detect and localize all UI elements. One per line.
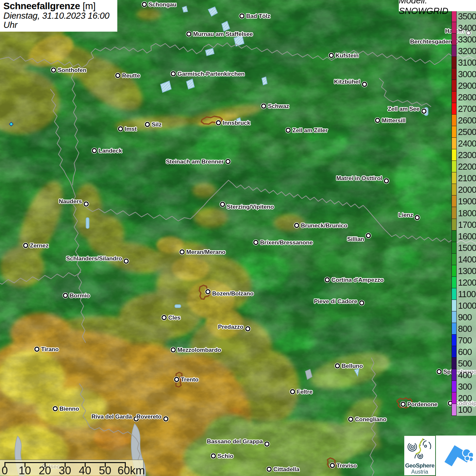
legend-value: 2400 xyxy=(458,139,476,148)
legend-segment-3000 xyxy=(452,68,456,80)
scale-label: 0 xyxy=(2,464,8,476)
scale-label: 60km xyxy=(118,464,145,476)
legend-value: 2600 xyxy=(458,116,476,125)
legend-segment-3400 xyxy=(452,22,456,34)
legend-segment-3300 xyxy=(452,34,456,45)
mountain-cloud-icon xyxy=(439,439,473,473)
legend-value: 300 xyxy=(458,382,472,391)
legend-segment-1500 xyxy=(452,242,456,254)
page-title: Schneefallgrenze [m] xyxy=(3,1,113,11)
legend-value: 1500 xyxy=(458,243,476,252)
legend-segment-800 xyxy=(452,323,456,335)
legend-value: 2800 xyxy=(458,93,476,102)
legend-segment-2300 xyxy=(452,149,456,161)
legend-segment-1100 xyxy=(452,288,456,300)
legend-segment-1400 xyxy=(452,254,456,265)
scale-label: 40 xyxy=(79,464,91,476)
snowline-map-stage: SchongauBad TölzKemptenMurnau am Staffel… xyxy=(0,0,476,476)
legend-value: 1600 xyxy=(458,232,476,241)
legend-segment-2200 xyxy=(452,161,456,172)
title-datetime: Dienstag, 31.10.2023 16:00 Uhr xyxy=(3,11,113,30)
legend-value: 2700 xyxy=(458,104,476,113)
legend-segment-500 xyxy=(452,358,456,369)
terrain-map xyxy=(0,0,476,476)
legend-value: 2300 xyxy=(458,151,476,159)
legend-value: 3400 xyxy=(458,23,476,32)
legend-segment-700 xyxy=(452,335,456,346)
legend-value: 400 xyxy=(458,371,472,379)
legend-value: 3100 xyxy=(458,58,476,67)
geosphere-logo-text: GeoSphere xyxy=(404,462,435,469)
contour-lines-icon xyxy=(405,437,435,461)
legend-value: 700 xyxy=(458,336,472,345)
legend-segment-200 xyxy=(452,392,456,404)
hillshade-light xyxy=(0,0,476,476)
legend-value: 1100 xyxy=(458,290,476,299)
legend-segment-2600 xyxy=(452,115,456,126)
legend-segment-600 xyxy=(452,346,456,358)
legend-value: 1700 xyxy=(458,220,476,229)
model-label: Modell: SNOWGRID xyxy=(399,0,476,11)
legend-segment-2500 xyxy=(452,126,456,138)
scale-label: 30 xyxy=(59,464,71,476)
legend-value: 2000 xyxy=(458,185,476,194)
legend-value: 1400 xyxy=(458,255,476,264)
legend-value: 1900 xyxy=(458,197,476,206)
legend-segment-100 xyxy=(452,404,456,415)
legend-segment-2800 xyxy=(452,91,456,103)
snowgrid-logo xyxy=(436,436,476,476)
legend-segment-900 xyxy=(452,311,456,323)
legend-value: 200 xyxy=(458,394,472,403)
legend-value: 3000 xyxy=(458,70,476,79)
legend-segment-2100 xyxy=(452,172,456,184)
geosphere-logo: GeoSphere Austria xyxy=(404,436,435,475)
scale-bar: 0102030405060km xyxy=(0,460,143,476)
legend-value: 800 xyxy=(458,324,472,333)
legend-segment-2700 xyxy=(452,103,456,115)
legend-value: 2200 xyxy=(458,162,476,171)
legend-value: 2100 xyxy=(458,174,476,183)
legend-segment-1900 xyxy=(452,196,456,207)
legend-segment-3100 xyxy=(452,57,456,68)
legend-segment-3200 xyxy=(452,45,456,57)
legend-value: 100 xyxy=(458,405,472,414)
scale-label: 10 xyxy=(19,464,31,476)
legend-value: 1300 xyxy=(458,267,476,275)
geosphere-logo-subtext: Austria xyxy=(404,469,435,475)
legend-value: 3200 xyxy=(458,47,476,55)
legend-value: 2900 xyxy=(458,81,476,90)
title-box: Schneefallgrenze [m] Dienstag, 31.10.202… xyxy=(0,0,117,32)
legend-segment-1700 xyxy=(452,219,456,231)
legend-value: 2500 xyxy=(458,128,476,136)
legend-value: 600 xyxy=(458,347,472,356)
legend-value: 1200 xyxy=(458,278,476,287)
legend-segment-1000 xyxy=(452,300,456,311)
legend-value: 900 xyxy=(458,313,472,322)
legend-value: 500 xyxy=(458,359,472,368)
legend-segment-2900 xyxy=(452,80,456,91)
legend-value: 1800 xyxy=(458,209,476,218)
legend-segment-1800 xyxy=(452,207,456,219)
legend-segment-1200 xyxy=(452,277,456,288)
legend-segment-1300 xyxy=(452,265,456,277)
legend-segment-2400 xyxy=(452,138,456,149)
legend-value: 3300 xyxy=(458,35,476,44)
scale-label: 20 xyxy=(39,464,51,476)
legend-colorbar: 3500340033003200310030002900280027002600… xyxy=(452,11,476,416)
legend-segment-1600 xyxy=(452,231,456,242)
legend-segment-300 xyxy=(452,381,456,392)
legend-segment-400 xyxy=(452,369,456,381)
legend-value: 1000 xyxy=(458,301,476,310)
scale-label: 50 xyxy=(99,464,112,476)
legend-segment-2000 xyxy=(452,184,456,196)
